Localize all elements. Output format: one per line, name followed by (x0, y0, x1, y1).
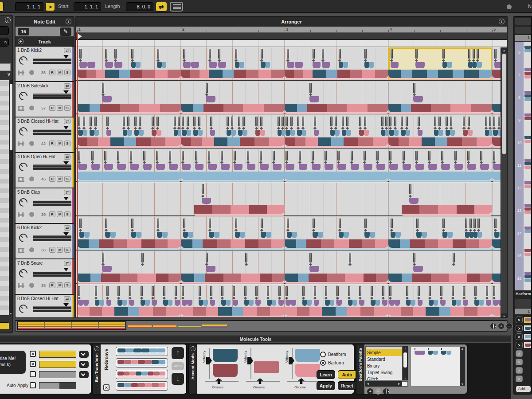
velocity-stem[interactable] (415, 49, 418, 59)
palette-list[interactable]: SimpleStandardBinaryTriplet SwingGlitch (365, 346, 403, 380)
note-block[interactable] (468, 62, 472, 68)
band-segment[interactable] (298, 274, 308, 282)
velocity-stem[interactable] (221, 286, 223, 296)
band-segment[interactable] (294, 70, 303, 78)
routing-swap-icon[interactable]: ⇄ (64, 261, 70, 266)
note-block[interactable] (162, 62, 167, 68)
velocity-stem[interactable] (183, 49, 185, 59)
band-segment[interactable] (438, 70, 453, 78)
band-segment[interactable] (439, 307, 451, 316)
note-block[interactable] (395, 232, 401, 238)
solo-button[interactable]: S (64, 247, 70, 253)
note-block[interactable] (440, 300, 446, 306)
velocity-stem[interactable] (255, 286, 258, 296)
track-card[interactable]: 5 DnB Clap ⇄ 39 R M S (16, 188, 74, 224)
velocity-stem[interactable] (322, 49, 324, 59)
chevron-button[interactable] (79, 351, 89, 358)
band-segment[interactable] (462, 137, 477, 146)
velocity-stem[interactable] (244, 286, 246, 296)
band-segment[interactable] (297, 104, 307, 112)
note-block[interactable] (394, 130, 399, 136)
band-segment[interactable] (306, 239, 321, 248)
band-segment[interactable] (181, 70, 190, 78)
routing-swap-icon[interactable]: ⇄ (64, 190, 70, 195)
band-segment[interactable] (246, 70, 258, 78)
velocity-stem[interactable] (314, 117, 316, 126)
bar-ruler[interactable]: 12345 (76, 27, 507, 33)
band-segment[interactable] (258, 239, 271, 248)
band-segment[interactable] (362, 70, 375, 78)
band-segment[interactable] (223, 104, 243, 112)
option-checkbox[interactable] (30, 371, 36, 377)
knob-icon[interactable] (17, 303, 29, 315)
track-card[interactable]: 2 DnB Sidestick ⇄ 37 R M S (16, 82, 74, 117)
note-block[interactable] (442, 62, 447, 68)
scroll-down-icon[interactable]: ▼ (460, 383, 465, 386)
note-block[interactable] (477, 62, 482, 68)
slider-handle-icon[interactable] (63, 303, 69, 307)
note-block[interactable] (209, 62, 217, 68)
note-block[interactable] (473, 232, 477, 238)
note-block[interactable] (364, 232, 370, 238)
velocity-stem[interactable] (314, 286, 316, 296)
note-block[interactable] (292, 232, 297, 238)
barform-list-item[interactable]: 6 (515, 42, 532, 64)
note-block[interactable] (467, 164, 476, 170)
velocity-stem[interactable] (282, 117, 284, 126)
note-block[interactable] (344, 232, 349, 238)
note-block[interactable] (152, 130, 156, 136)
band-segment[interactable] (350, 70, 362, 78)
band-segment[interactable] (77, 104, 90, 112)
band-segment[interactable] (203, 239, 217, 248)
note-block[interactable] (325, 164, 333, 170)
note-block[interactable] (134, 130, 139, 136)
velocity-stem[interactable] (130, 151, 132, 160)
velocity-stem[interactable] (157, 49, 159, 59)
band-segment[interactable] (464, 307, 477, 316)
velocity-stem[interactable] (243, 117, 245, 126)
velocity-slider[interactable] (33, 196, 71, 206)
band-segment[interactable] (181, 172, 285, 180)
velocity-stem[interactable] (391, 219, 393, 228)
velocity-stem[interactable] (152, 117, 154, 126)
note-block[interactable] (411, 300, 415, 306)
scale-list[interactable] (0, 80, 9, 315)
velocity-stem[interactable] (245, 253, 247, 262)
band-segment[interactable] (409, 137, 422, 146)
band-segment[interactable] (336, 307, 347, 316)
routing-swap-icon[interactable]: ⇄ (64, 119, 70, 124)
routing-swap-icon[interactable]: ⇄ (64, 48, 70, 53)
velocity-stem[interactable] (209, 219, 211, 228)
band-segment[interactable] (100, 104, 119, 112)
note-block[interactable] (114, 62, 122, 68)
note-block[interactable] (193, 130, 198, 136)
velocity-stem[interactable] (286, 151, 288, 160)
velocity-stem[interactable] (339, 49, 341, 59)
band-segment[interactable] (102, 307, 114, 316)
band-segment[interactable] (139, 104, 160, 112)
band-segment[interactable] (89, 239, 99, 248)
band-segment[interactable] (168, 70, 181, 78)
band-segment[interactable] (156, 274, 168, 282)
band-segment[interactable] (271, 70, 285, 78)
palette-item[interactable]: Simple (366, 349, 402, 356)
note-block[interactable] (337, 164, 346, 170)
note-block[interactable] (286, 130, 290, 136)
band-segment[interactable] (223, 70, 234, 78)
velocity-stem[interactable] (376, 151, 379, 160)
note-block[interactable] (208, 164, 217, 170)
slot-load-button[interactable]: > (516, 325, 523, 332)
velocity-stem[interactable] (325, 151, 327, 160)
band-segment[interactable] (249, 205, 267, 214)
velocity-slider[interactable] (33, 55, 71, 64)
band-segment[interactable] (388, 274, 402, 282)
overview-segment[interactable] (18, 322, 44, 329)
option-checkbox[interactable]: × (30, 361, 36, 367)
band-segment[interactable] (245, 239, 258, 248)
band-segment[interactable] (202, 137, 214, 146)
note-block[interactable] (313, 232, 318, 238)
mini-scrollbar-thumb[interactable] (10, 84, 12, 150)
note-block[interactable] (463, 130, 468, 136)
note-block[interactable] (95, 300, 100, 306)
band-segment[interactable] (114, 307, 128, 316)
